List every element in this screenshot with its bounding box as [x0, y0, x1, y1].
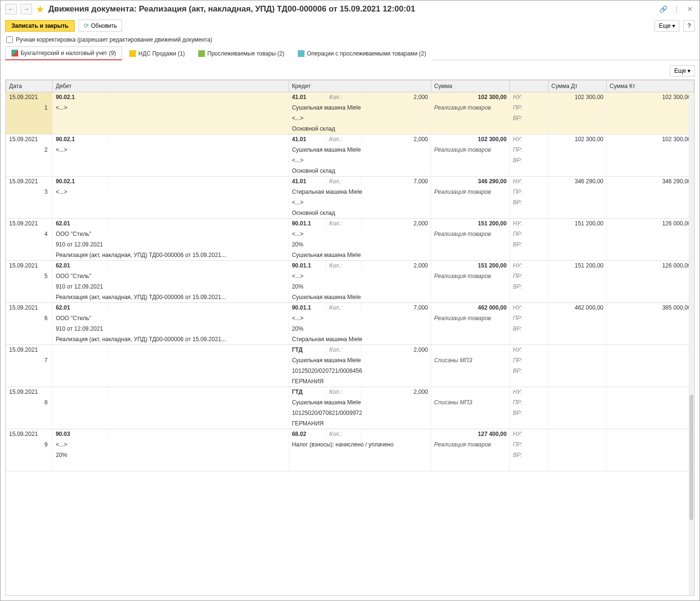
table-row-sub[interactable]: Основной склад [6, 166, 694, 177]
manual-correction-row: Ручная корректировка (разрешает редактир… [0, 33, 700, 46]
table-row-sub[interactable]: Реализация (акт, накладная, УПД) ТД00-00… [6, 250, 694, 261]
tab-operations[interactable]: Операции с прослеживаемыми товарами (2) [292, 46, 432, 60]
link-icon[interactable]: 🔗 [658, 4, 668, 14]
table-row[interactable]: 15.09.202190.02.141.01Кол.:2,000102 300,… [6, 134, 694, 145]
cell-index: 3 [6, 187, 53, 198]
table-row[interactable]: 15.09.202190.02.141.01Кол.:2,000102 300,… [6, 92, 694, 103]
help-button[interactable]: ? [683, 20, 695, 32]
vertical-scrollbar[interactable] [689, 94, 694, 595]
table-row-sub[interactable]: <...>ВР: [6, 113, 694, 124]
save-close-button[interactable]: Записать и закрыть [5, 20, 75, 32]
table-row-sub[interactable]: 7Сушильная машина MieleСписаны МПЗПР: [6, 356, 694, 366]
cell-date: 15.09.2021 [6, 177, 53, 187]
cell-credit-line3: Сушильная машина Miele [289, 250, 431, 261]
col-tag[interactable] [510, 80, 548, 92]
cell-nu-label: НУ: [510, 261, 548, 271]
titlebar: ← → ★ Движения документа: Реализация (ак… [0, 0, 700, 18]
table-row-sub[interactable]: 9<...>Налог (взносы): начислено / уплаче… [6, 440, 694, 450]
cell-credit-line1: Сушильная машина Miele [289, 103, 431, 113]
table-header-row: Дата Дебет Кредит Сумма Сумма Дт Сумма К… [6, 80, 694, 92]
cell-credit-account: 90.01.1 [289, 219, 326, 229]
document-window: ← → ★ Движения документа: Реализация (ак… [0, 0, 700, 601]
cell-credit-line2: 10125020/070821/0009972 [289, 408, 431, 419]
cell-debit-account: 90.03 [53, 429, 108, 440]
more-button[interactable]: Еще ▾ [655, 20, 679, 32]
nav-forward-button[interactable]: → [21, 4, 32, 14]
cell-credit-line1: Стиральная машина Miele [289, 187, 431, 198]
col-credit[interactable]: Кредит [289, 80, 431, 92]
table-row-sub[interactable]: 10125020/020721/0008456ВР: [6, 366, 694, 377]
table-row-sub[interactable]: 5ООО "Стиль"<...>Реализация товаровПР: [6, 271, 694, 282]
cell-vr-label: ВР: [510, 156, 548, 166]
tab-accounting-label: Бухгалтерский и налоговый учет (9) [21, 50, 116, 56]
col-sumdt[interactable]: Сумма Дт [548, 80, 607, 92]
cell-qty-label: Кол.: [326, 261, 361, 271]
table-row-sub[interactable]: 910 от 12.09.202120%ВР: [6, 240, 694, 250]
table-row-sub[interactable]: ГЕРМАНИЯ [6, 419, 694, 429]
cell-sumkt [607, 387, 694, 398]
table-row[interactable]: 15.09.202162.0190.01.1Кол.:7,000462 000,… [6, 303, 694, 313]
cell-sumkt [607, 429, 694, 440]
table-row-sub[interactable]: 910 от 12.09.202120%ВР: [6, 324, 694, 334]
table-row-sub[interactable]: 3<...>Стиральная машина MieleРеализация … [6, 187, 694, 198]
manual-correction-checkbox[interactable] [6, 36, 13, 43]
cell-sum: 462 000,00 [431, 303, 509, 313]
cell-credit-line3: Сушильная машина Miele [289, 292, 431, 303]
col-date[interactable]: Дата [6, 80, 53, 92]
col-debit[interactable]: Дебет [53, 80, 289, 92]
table-row[interactable]: 15.09.2021ГТДКол.:2,000НУ: [6, 387, 694, 398]
table-row-sub[interactable]: 6ООО "Стиль"<...>Реализация товаровПР: [6, 313, 694, 324]
tab-accounting[interactable]: Бухгалтерский и налоговый учет (9) [5, 46, 122, 60]
cell-debit-line2: 910 от 12.09.2021 [53, 324, 289, 334]
cell-nu-label: НУ: [510, 387, 548, 398]
cell-debit-line1 [53, 356, 289, 366]
table-row[interactable]: 15.09.202162.0190.01.1Кол.:2,000151 200,… [6, 219, 694, 229]
refresh-button[interactable]: ⟳ Обновить [79, 20, 122, 32]
cell-debit-sub [108, 429, 289, 440]
scroll-thumb[interactable] [689, 395, 693, 520]
traceable-icon [198, 50, 205, 57]
table-row-sub[interactable]: Реализация (акт, накладная, УПД) ТД00-00… [6, 334, 694, 345]
table-row-sub[interactable]: <...>ВР: [6, 156, 694, 166]
cell-sum: 151 200,00 [431, 261, 509, 271]
cell-debit-sub [108, 177, 289, 187]
tab-traceable[interactable]: Прослеживаемые товары (2) [192, 46, 291, 60]
cell-debit-account: 62.01 [53, 303, 108, 313]
table-row-sub[interactable]: 20%ВР: [6, 450, 694, 461]
cell-sum: 127 400,00 [431, 429, 509, 440]
table-row[interactable]: 15.09.2021ГТДКол.:2,000НУ: [6, 345, 694, 356]
menu-dots-icon[interactable]: ⋮ [672, 4, 681, 14]
table-row-sub[interactable] [6, 461, 694, 471]
table-row-sub[interactable]: 8Сушильная машина MieleСписаны МПЗПР: [6, 398, 694, 408]
nav-back-button[interactable]: ← [5, 4, 17, 14]
tab-vat[interactable]: НДС Продажи (1) [123, 46, 191, 60]
cell-credit-account: 90.01.1 [289, 303, 326, 313]
cell-credit-account: ГТД [289, 345, 326, 356]
cell-sum: 151 200,00 [431, 219, 509, 229]
table-row-sub[interactable]: 1<...>Сушильная машина MieleРеализация т… [6, 103, 694, 113]
cell-index: 8 [6, 398, 53, 408]
close-icon[interactable]: ✕ [685, 4, 695, 14]
cell-sumdt: 102 300,00 [548, 92, 607, 103]
table-row-sub[interactable]: Основной склад [6, 124, 694, 134]
table-row-sub[interactable]: 10125020/070821/0009972ВР: [6, 408, 694, 419]
table-row-sub[interactable]: 910 от 12.09.202120%ВР: [6, 282, 694, 292]
table-row[interactable]: 15.09.202162.0190.01.1Кол.:2,000151 200,… [6, 261, 694, 271]
cell-sumkt: 385 000,00 [607, 303, 694, 313]
cell-credit-line2: 20% [289, 324, 431, 334]
table-row-sub[interactable]: 4ООО "Стиль"<...>Реализация товаровПР: [6, 229, 694, 240]
table-row-sub[interactable]: Основной склад [6, 208, 694, 219]
table-row-sub[interactable]: Реализация (акт, накладная, УПД) ТД00-00… [6, 292, 694, 303]
col-sumkt[interactable]: Сумма Кт [607, 80, 694, 92]
table-row-sub[interactable]: <...>ВР: [6, 198, 694, 208]
table-row[interactable]: 15.09.202190.02.141.01Кол.:7,000346 290,… [6, 177, 694, 187]
cell-credit-line1: Сушильная машина Miele [289, 398, 431, 408]
cell-debit-sub [108, 92, 289, 103]
table-row[interactable]: 15.09.202190.0368.02Кол.:127 400,00НУ: [6, 429, 694, 440]
col-sum[interactable]: Сумма [431, 80, 509, 92]
table-more-button[interactable]: Еще ▾ [670, 65, 695, 77]
favorite-star-icon[interactable]: ★ [36, 3, 45, 15]
cell-debit-line2 [53, 113, 289, 124]
table-row-sub[interactable]: ГЕРМАНИЯ [6, 377, 694, 387]
table-row-sub[interactable]: 2<...>Сушильная машина MieleРеализация т… [6, 145, 694, 156]
